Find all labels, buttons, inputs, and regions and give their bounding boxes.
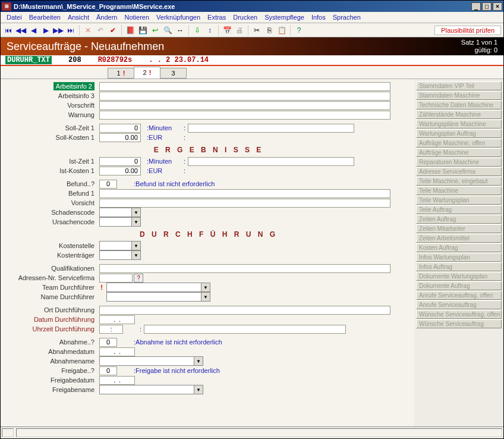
nav-next-icon[interactable]: ▶▶: [53, 25, 64, 36]
disk-icon[interactable]: 💾: [137, 25, 148, 36]
menu-infos[interactable]: Infos: [308, 12, 329, 22]
adressenr-input[interactable]: [99, 274, 133, 283]
chevron-down-icon[interactable]: ▼: [194, 385, 203, 394]
sollkosten1-input[interactable]: [99, 133, 141, 142]
calendar-icon[interactable]: 📅: [222, 25, 232, 36]
team-select[interactable]: ▼: [106, 283, 210, 292]
plausi-button[interactable]: Plausibilität prüfen: [434, 26, 501, 35]
adressenr-lookup-button[interactable]: ?: [134, 274, 143, 283]
sidebar-item-8[interactable]: Reparaturen Maschine: [416, 158, 502, 167]
maximize-button[interactable]: □: [482, 2, 492, 11]
menu-drucken[interactable]: Drucken: [229, 12, 261, 22]
chevron-down-icon[interactable]: ▼: [201, 283, 210, 291]
tab-1[interactable]: 1!: [108, 68, 134, 79]
schadenscode-select[interactable]: ▼: [99, 208, 141, 217]
sollzeit1-input[interactable]: [99, 124, 141, 133]
sidebar-item-2[interactable]: Technische Daten Maschine: [416, 101, 502, 109]
uhrzeit-input[interactable]: [99, 325, 123, 334]
book-icon[interactable]: 📕: [125, 25, 136, 36]
print-icon[interactable]: 🖨: [234, 25, 245, 36]
istkosten1-input[interactable]: [99, 167, 141, 175]
sidebar-item-12[interactable]: Teile Wartungsplan: [416, 196, 502, 205]
abnahmename-select[interactable]: ▼: [99, 356, 203, 366]
sidebar-item-3[interactable]: Zählerstände Maschine: [416, 110, 502, 119]
istzeit1-input[interactable]: [99, 157, 141, 166]
close-button[interactable]: ×: [493, 2, 502, 11]
cut-icon[interactable]: ✂: [251, 25, 262, 36]
sidebar-item-24[interactable]: Wünsche Serviceauftrag, offen: [416, 310, 502, 319]
uhrzeit-ext[interactable]: [144, 325, 346, 334]
nav-first-icon[interactable]: ⏮: [3, 25, 14, 36]
sidebar-item-13[interactable]: Teile Auftrag: [416, 205, 502, 214]
menu-ansicht[interactable]: Ansicht: [64, 12, 93, 22]
nav-last-icon[interactable]: ⏭: [65, 25, 76, 36]
sidebar-item-11[interactable]: Teile Maschine: [416, 186, 502, 195]
menu-sprachen[interactable]: Sprachen: [329, 12, 364, 22]
freigabeq-input[interactable]: [99, 366, 117, 375]
abnahmeq-input[interactable]: [99, 338, 117, 347]
kostentraeger-select[interactable]: ▼: [99, 250, 141, 260]
sidebar-item-7[interactable]: Aufträge Maschine: [416, 148, 502, 157]
down-icon[interactable]: ⇩: [192, 25, 203, 36]
nav-fwd-icon[interactable]: ▶: [40, 25, 51, 36]
kostenstelle-select[interactable]: ▼: [99, 241, 141, 250]
vorsicht-input[interactable]: [99, 199, 390, 208]
search-icon[interactable]: 🔍: [162, 25, 173, 36]
sidebar-item-14[interactable]: Zeiten Auftrag: [416, 215, 502, 224]
tab-2[interactable]: 2!: [134, 67, 160, 79]
paste-icon[interactable]: 📋: [276, 25, 287, 36]
datum-input[interactable]: [99, 315, 135, 324]
istzeit1-ext[interactable]: [188, 157, 354, 166]
help-icon[interactable]: ?: [294, 25, 304, 36]
menu-datei[interactable]: Datei: [3, 12, 26, 22]
copy-icon[interactable]: ⎘: [264, 25, 275, 36]
qualifikationen-input[interactable]: [99, 264, 390, 273]
chevron-down-icon[interactable]: ▼: [131, 208, 140, 217]
freigabedatum-input[interactable]: [99, 376, 135, 385]
sidebar-item-4[interactable]: Wartungspläne Maschine: [416, 120, 502, 128]
sidebar-item-17[interactable]: Kosten Auftrag: [416, 243, 502, 252]
sidebar-item-18[interactable]: Infos Wartungsplan: [416, 253, 502, 262]
chevron-down-icon[interactable]: ▼: [131, 218, 140, 226]
sidebar-item-5[interactable]: Wartungsplan Auftrag: [416, 129, 502, 138]
vorschrift-input[interactable]: [99, 101, 390, 110]
sidebar-item-25[interactable]: Wünsche Serviceauftrag: [416, 319, 502, 328]
chevron-down-icon[interactable]: ▼: [131, 251, 140, 259]
sollzeit1-ext[interactable]: [188, 124, 354, 133]
sidebar-item-22[interactable]: Anrufe Serviceauftrag, offen: [416, 291, 502, 300]
freigabename-select[interactable]: ▼: [99, 385, 203, 394]
arbeitsinfo2-input[interactable]: [99, 82, 390, 91]
menu-aendern[interactable]: Ändern: [93, 12, 121, 22]
back-icon[interactable]: ↩: [150, 25, 160, 36]
arbeitsinfo3-input[interactable]: [99, 92, 390, 101]
menu-extras[interactable]: Extras: [204, 12, 229, 22]
sidebar-item-10[interactable]: Teile Maschine, eingebaut: [416, 177, 502, 186]
delete-icon[interactable]: ✕: [83, 25, 93, 36]
link-icon[interactable]: ↔: [175, 25, 185, 36]
sidebar-item-21[interactable]: Dokumente Auftrag: [416, 281, 502, 290]
ort-input[interactable]: [99, 306, 390, 315]
sidebar-item-16[interactable]: Zeiten Arbeitsmittel: [416, 234, 502, 243]
nav-back-icon[interactable]: ◀: [28, 25, 39, 36]
sidebar-item-0[interactable]: Stammdaten VIP Teil: [416, 81, 502, 90]
sidebar-item-1[interactable]: Stammdaten Maschine: [416, 91, 502, 100]
abnahmedatum-input[interactable]: [99, 347, 135, 356]
menu-notieren[interactable]: Notieren: [121, 12, 153, 22]
sidebar-item-23[interactable]: Anrufe Serviceauftrag: [416, 300, 502, 309]
ursachencode-select[interactable]: ▼: [99, 217, 141, 227]
nav-icon[interactable]: ↕: [204, 25, 215, 36]
befundq-input[interactable]: [99, 180, 117, 189]
chevron-down-icon[interactable]: ▼: [194, 357, 203, 365]
undo-icon[interactable]: ↶: [95, 25, 106, 36]
sidebar-item-20[interactable]: Dokumente Wartungsplan: [416, 272, 502, 281]
chevron-down-icon[interactable]: ▼: [201, 293, 210, 301]
befund1-input[interactable]: [99, 189, 390, 198]
name-select[interactable]: ▼: [106, 292, 210, 302]
minimize-button[interactable]: _: [471, 2, 481, 11]
warnung-input[interactable]: [99, 111, 390, 120]
sidebar-item-15[interactable]: Zeiten Mitarbeiter: [416, 224, 502, 233]
menu-systempflege[interactable]: Systempflege: [261, 12, 308, 22]
chevron-down-icon[interactable]: ▼: [131, 242, 140, 250]
nav-prev-icon[interactable]: ◀◀: [15, 25, 26, 36]
sidebar-item-9[interactable]: Adresse Servicefirma: [416, 167, 502, 176]
